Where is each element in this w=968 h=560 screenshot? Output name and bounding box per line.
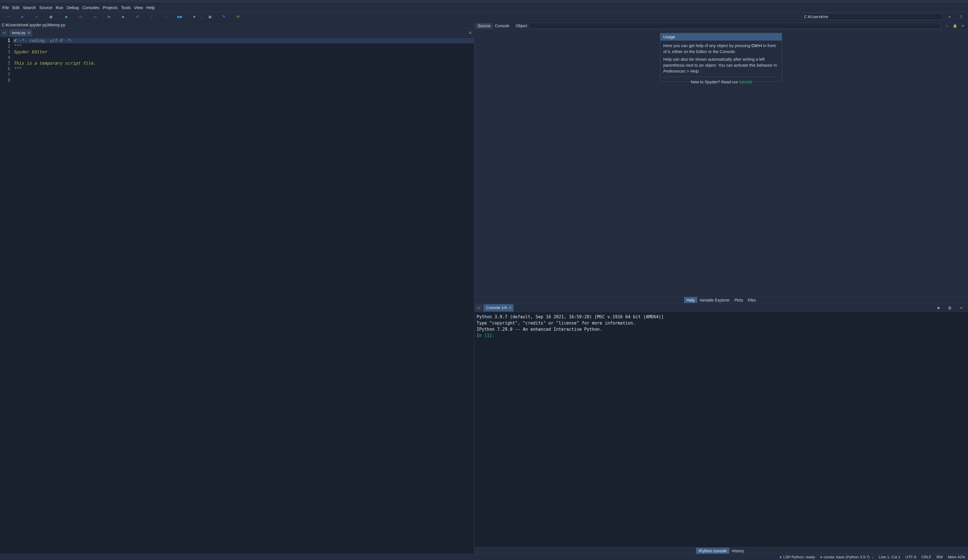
browse-dir-icon[interactable]: ▸ bbox=[944, 13, 955, 21]
menu-bar: FileEditSearchSourceRunDebugConsolesProj… bbox=[0, 3, 968, 12]
run-icon[interactable]: ▶ bbox=[59, 13, 73, 21]
help-tutorial-text: New to Spyder? Read our bbox=[691, 80, 739, 84]
menu-search[interactable]: Search bbox=[21, 5, 38, 11]
editor-tab-bar: ▭ temp.py ✕ ≡ bbox=[0, 29, 474, 37]
status-bar: LSP Python: ready conda: base (Python 3.… bbox=[0, 554, 968, 560]
line-number: 4 bbox=[0, 55, 10, 60]
new-file-icon[interactable]: ▫ bbox=[1, 13, 15, 21]
help-source-source[interactable]: Source bbox=[476, 23, 492, 29]
menu-projects[interactable]: Projects bbox=[101, 5, 119, 11]
parent-dir-icon[interactable]: ↥ bbox=[955, 13, 967, 21]
status-lsp[interactable]: LSP Python: ready bbox=[780, 555, 815, 559]
help-pane-tabs: HelpVariable ExplorerPlotsFiles bbox=[474, 296, 968, 303]
help-text: Help can also be shown automatically aft… bbox=[663, 57, 777, 68]
code-line[interactable]: This is a temporary script file. bbox=[13, 60, 474, 66]
clear-icon[interactable]: 🗑 bbox=[944, 306, 955, 310]
home-icon[interactable]: ⌂ bbox=[943, 23, 951, 28]
status-encoding: UTF-8 bbox=[905, 555, 916, 559]
console-tab-bar: ▭ Console 1/A ✕ ■🗑≡ bbox=[474, 304, 968, 312]
browse-tabs-icon[interactable]: ▭ bbox=[1, 30, 7, 36]
help-pref-path: Preferences > Help bbox=[663, 69, 699, 73]
console-prompt: In [1]: bbox=[477, 333, 494, 338]
line-number: 7 bbox=[0, 72, 10, 78]
line-number: 5 bbox=[0, 60, 10, 66]
code-line[interactable]: # -*- coding: utf-8 -*- bbox=[13, 38, 474, 43]
options-icon[interactable]: ≡ bbox=[959, 23, 967, 28]
code-line[interactable] bbox=[13, 78, 474, 83]
help-object-input[interactable] bbox=[529, 23, 941, 29]
editor-tab[interactable]: temp.py ✕ bbox=[9, 29, 32, 36]
line-number: 3 bbox=[0, 49, 10, 55]
menu-tools[interactable]: Tools bbox=[119, 5, 132, 11]
main-toolbar: ▫▸▪▣▶▭▭I▸▶↺↓↑▶▶■▣✎⟳ ▸↥ bbox=[0, 12, 968, 21]
maximize-icon[interactable]: ▣ bbox=[203, 13, 217, 21]
line-number: 6 bbox=[0, 66, 10, 72]
run-cell-advance-icon[interactable]: ▭ bbox=[88, 13, 102, 21]
help-shortcut: Ctrl+I bbox=[751, 43, 762, 48]
preferences-icon[interactable]: ✎ bbox=[217, 13, 231, 21]
continue-icon[interactable]: ▶▶ bbox=[173, 13, 187, 21]
help-text: Here you can get help of any object by p… bbox=[663, 43, 751, 48]
pane-tab-plots[interactable]: Plots bbox=[732, 297, 746, 303]
pane-tab-variable-explorer[interactable]: Variable Explorer bbox=[697, 297, 732, 303]
pane-tab-ipython-console[interactable]: IPython console bbox=[696, 548, 729, 554]
close-icon[interactable]: ✕ bbox=[27, 31, 30, 35]
status-memory: Mem 42% bbox=[948, 555, 965, 559]
code-line[interactable] bbox=[13, 72, 474, 78]
tutorial-link[interactable]: tutorial bbox=[739, 80, 752, 84]
open-file-icon[interactable]: ▸ bbox=[15, 13, 30, 21]
status-cursor: Line 1, Col 1 bbox=[879, 555, 900, 559]
options-icon[interactable]: ≡ bbox=[955, 306, 967, 310]
lock-icon[interactable]: 🔒 bbox=[951, 23, 959, 28]
line-number: 2 bbox=[0, 43, 10, 49]
status-conda[interactable]: conda: base (Python 3.9.7)⌄ bbox=[820, 555, 874, 559]
status-eol: CRLF bbox=[922, 555, 932, 559]
editor-options-icon[interactable]: ≡ bbox=[469, 30, 471, 35]
code-line[interactable] bbox=[13, 55, 474, 60]
debug-icon[interactable]: ▶ bbox=[116, 13, 130, 21]
debug-step-icon[interactable]: ↺ bbox=[130, 13, 144, 21]
save-file-icon[interactable]: ▪ bbox=[30, 13, 44, 21]
menu-help[interactable]: Help bbox=[145, 5, 157, 11]
menu-edit[interactable]: Edit bbox=[10, 5, 21, 11]
code-line[interactable]: """ bbox=[13, 66, 474, 72]
console-tab[interactable]: Console 1/A ✕ bbox=[484, 304, 514, 312]
close-icon[interactable]: ✕ bbox=[509, 306, 512, 310]
pane-tab-help[interactable]: Help bbox=[684, 297, 698, 303]
code-line[interactable]: """ bbox=[13, 43, 474, 49]
menu-run[interactable]: Run bbox=[54, 5, 65, 11]
pane-tab-history[interactable]: History bbox=[729, 548, 746, 554]
menu-view[interactable]: View bbox=[132, 5, 144, 11]
console-output-line: Python 3.9.7 (default, Sep 16 2021, 16:5… bbox=[477, 314, 966, 320]
console-output-line: Type "copyright", "credits" or "license"… bbox=[477, 320, 966, 326]
code-editor[interactable]: 12345678 # -*- coding: utf-8 -*-"""Spyde… bbox=[0, 37, 474, 554]
step-in-icon[interactable]: ↓ bbox=[144, 13, 159, 21]
menu-consoles[interactable]: Consoles bbox=[81, 5, 101, 11]
browse-consoles-icon[interactable]: ▭ bbox=[476, 305, 482, 311]
ipython-console[interactable]: Python 3.9.7 (default, Sep 16 2021, 16:5… bbox=[474, 312, 968, 547]
console-output-line: IPython 7.29.0 -- An enhanced Interactiv… bbox=[477, 326, 966, 332]
console-tab-label: Console 1/A bbox=[486, 306, 507, 310]
run-cell-icon[interactable]: ▭ bbox=[73, 13, 88, 21]
stop-debug-icon[interactable]: ■ bbox=[187, 13, 201, 21]
line-number: 8 bbox=[0, 78, 10, 83]
chevron-down-icon: ⌄ bbox=[872, 555, 874, 558]
pane-tab-files[interactable]: Files bbox=[746, 297, 759, 303]
help-toolbar: Source Console Object ⌂🔒≡ bbox=[474, 21, 968, 30]
code-line[interactable]: Spyder Editor bbox=[13, 49, 474, 55]
help-card-title: Usage bbox=[660, 33, 782, 41]
interrupt-icon[interactable]: ■ bbox=[933, 306, 944, 310]
working-directory-input[interactable] bbox=[802, 13, 942, 20]
menu-source[interactable]: Source bbox=[38, 5, 54, 11]
run-selection-icon[interactable]: I▸ bbox=[102, 13, 116, 21]
window-titlebar bbox=[0, 0, 968, 3]
help-usage-card: Usage Here you can get help of any objec… bbox=[660, 33, 782, 82]
save-all-icon[interactable]: ▣ bbox=[44, 13, 58, 21]
pythonpath-icon[interactable]: ⟳ bbox=[231, 13, 245, 21]
console-pane-tabs: IPython consoleHistory bbox=[474, 547, 968, 554]
step-out-icon[interactable]: ↑ bbox=[159, 13, 173, 21]
menu-file[interactable]: File bbox=[0, 5, 10, 11]
help-source-console[interactable]: Console bbox=[492, 23, 512, 29]
menu-debug[interactable]: Debug bbox=[65, 5, 81, 11]
console-pane: ▭ Console 1/A ✕ ■🗑≡ Python 3.9.7 (defaul… bbox=[474, 304, 968, 554]
